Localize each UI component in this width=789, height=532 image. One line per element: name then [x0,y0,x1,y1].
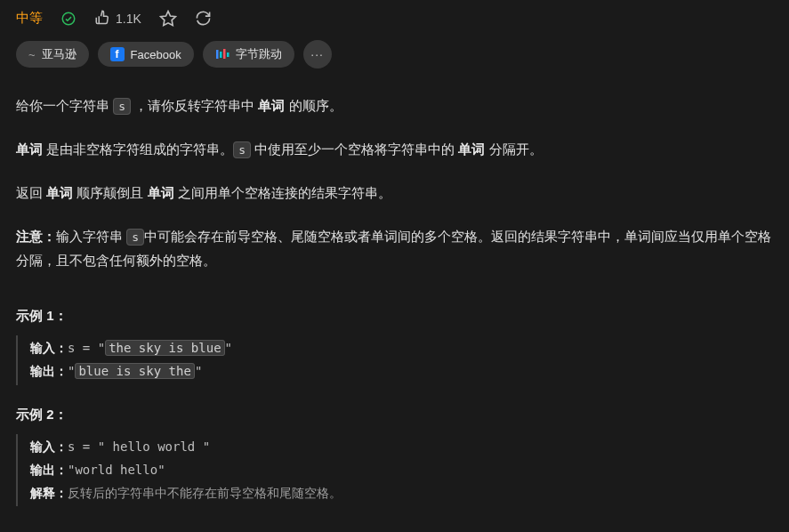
io-label: 输入： [30,341,68,355]
text: 的顺序。 [285,98,342,113]
io-label: 输出： [30,364,68,378]
company-tags: ~ 亚马逊 f Facebook 字节跳动 ··· [16,40,773,69]
tag-label: 亚马逊 [42,46,76,62]
paragraph: 注意：输入字符串 s中可能会存在前导空格、尾随空格或者单词间的多个空格。返回的结… [16,224,773,272]
example-title: 示例 2： [16,407,773,423]
text: 给你一个字符串 [16,98,113,113]
bold: 单词 [16,141,43,157]
svg-rect-5 [227,52,229,57]
text: 是由非空格字符组成的字符串。 [43,141,233,157]
svg-rect-4 [223,49,226,59]
example-block: 输入：s = " hello world " 输出："world hello" … [16,434,773,507]
io-highlight: the sky is blue [105,340,224,356]
tag-label: Facebook [131,48,181,61]
io-label: 输出： [30,463,68,477]
svg-point-0 [62,12,75,25]
example-output: 输出："blue is sky the" [30,360,773,383]
bold: 注意： [16,229,56,244]
code-inline: s [126,229,144,246]
tag-prefix-icon: ~ [28,48,36,61]
io-value: "world hello" [68,463,165,477]
paragraph: 单词 是由非空格字符组成的字符串。s 中使用至少一个空格将字符串中的 单词 分隔… [16,137,773,161]
svg-rect-2 [216,50,219,59]
like-button[interactable]: 1.1K [94,9,141,28]
text: 中使用至少一个空格将字符串中的 [251,141,458,157]
io-value: s = " hello world " [68,439,210,454]
text: 分隔开。 [485,141,542,157]
paragraph: 返回 单词 顺序颠倒且 单词 之间用单个空格连接的结果字符串。 [16,181,773,205]
svg-rect-3 [220,52,222,58]
io-value: " [195,364,202,378]
example-block: 输入：s = "the sky is blue" 输出："blue is sky… [16,335,773,385]
example-input: 输入：s = " hello world " [30,436,773,459]
explain-text: 反转后的字符串中不能存在前导空格和尾随空格。 [68,486,342,500]
bold: 单词 [46,185,73,200]
example-title: 示例 1： [16,308,773,325]
io-highlight: blue is sky the [75,363,194,379]
code-inline: s [113,98,131,115]
like-count: 1.1K [116,12,141,26]
refresh-button[interactable] [195,10,212,27]
io-label: 输入： [30,439,68,454]
text: ，请你反转字符串中 [131,98,258,113]
text: 顺序颠倒且 [73,185,147,200]
bytedance-icon [215,47,229,61]
io-label: 解释： [30,486,68,500]
io-value: s = " [68,341,105,355]
facebook-icon: f [110,47,125,61]
code-inline: s [233,141,251,158]
tag-amazon[interactable]: ~ 亚马逊 [16,41,89,68]
tag-label: 字节跳动 [236,46,282,62]
problem-header: 中等 1.1K [16,9,773,28]
favorite-button[interactable] [159,10,177,28]
bold: 单词 [258,98,285,113]
example-explain: 解释：反转后的字符串中不能存在前导空格和尾随空格。 [30,482,773,505]
text: 之间用单个空格连接的结果字符串。 [174,185,391,200]
paragraph: 给你一个字符串 s ，请你反转字符串中 单词 的顺序。 [16,93,773,117]
example-output: 输出："world hello" [30,459,773,482]
tag-facebook[interactable]: f Facebook [98,42,194,67]
io-value: " [225,341,232,355]
more-tags-button[interactable]: ··· [303,40,332,69]
solved-icon [60,11,76,27]
difficulty-label: 中等 [16,10,43,27]
example-input: 输入：s = "the sky is blue" [30,337,773,360]
thumbs-up-icon [94,9,110,28]
text: 返回 [16,185,46,200]
svg-marker-1 [160,11,175,25]
bold: 单词 [148,185,174,200]
problem-description: 给你一个字符串 s ，请你反转字符串中 单词 的顺序。 单词 是由非空格字符组成… [16,93,773,506]
text: 输入字符串 [56,229,126,244]
tag-bytedance[interactable]: 字节跳动 [203,41,294,68]
bold: 单词 [458,141,485,157]
